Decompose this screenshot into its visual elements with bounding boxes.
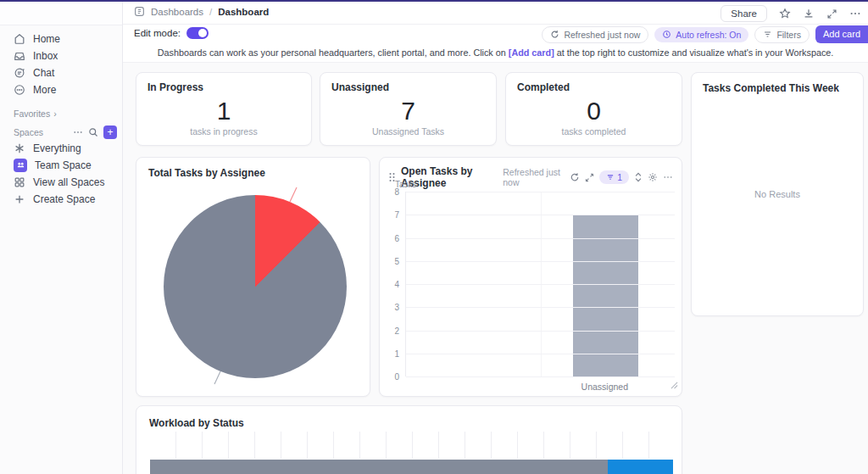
favorites-chevron-icon: › bbox=[53, 109, 57, 119]
sidebar-item-more[interactable]: More bbox=[7, 81, 117, 98]
team-space-avatar bbox=[14, 159, 27, 172]
view-all-spaces-icon bbox=[14, 176, 25, 188]
gridline bbox=[406, 261, 675, 262]
refreshed-label: Refreshed just now bbox=[564, 30, 640, 40]
filter-count: 1 bbox=[617, 172, 622, 182]
expand-icon[interactable] bbox=[826, 8, 837, 20]
edit-mode-label: Edit mode: bbox=[134, 28, 181, 38]
sidebar-item-label: Home bbox=[33, 33, 60, 45]
everything-icon bbox=[14, 142, 25, 154]
gridline bbox=[406, 354, 675, 354]
inbox-icon bbox=[14, 50, 25, 62]
add-card-button[interactable]: Add card bbox=[815, 25, 868, 43]
stat-caption: tasks in progress bbox=[136, 126, 311, 137]
sidebar-item-create-space[interactable]: Create Space bbox=[7, 190, 117, 208]
sidebar-item-chat[interactable]: Chat bbox=[7, 64, 117, 81]
gridline bbox=[406, 215, 675, 215]
workload-by-status-card[interactable]: Workload by Status bbox=[136, 405, 682, 474]
sidebar-item-inbox[interactable]: Inbox bbox=[7, 47, 117, 64]
add-space-icon[interactable]: + bbox=[103, 125, 117, 139]
workload-stacked-bar[interactable] bbox=[150, 460, 673, 474]
more-icon bbox=[14, 84, 25, 96]
gridline bbox=[406, 307, 675, 308]
favorites-label: Favorites bbox=[14, 109, 50, 119]
bar-unassigned[interactable] bbox=[573, 215, 638, 376]
info-banner: Dashboards can work as your personal hea… bbox=[123, 44, 868, 63]
stat-value: 7 bbox=[320, 97, 496, 125]
spaces-label: Spaces bbox=[14, 127, 43, 137]
filter-icon bbox=[763, 30, 772, 39]
breadcrumb-current[interactable]: Dashboard bbox=[218, 7, 269, 17]
sidebar-header bbox=[0, 2, 122, 25]
breadcrumb: Dashboards / Dashboard bbox=[134, 6, 269, 17]
open-tasks-bar-card[interactable]: Open Tasks by Assignee Refreshed just no… bbox=[379, 157, 682, 397]
gear-icon[interactable] bbox=[648, 172, 658, 182]
auto-refresh-label: Auto refresh: On bbox=[676, 30, 741, 40]
tasks-completed-week-card[interactable]: Tasks Completed This Week No Results bbox=[691, 72, 864, 316]
y-tick-label: 0 bbox=[394, 372, 399, 382]
toolbar-actions: Refreshed just now Auto refresh: On Filt… bbox=[542, 25, 868, 43]
filters-label: Filters bbox=[776, 30, 801, 40]
sidebar-section-favorites[interactable]: Favorites › bbox=[14, 109, 57, 119]
banner-highlight: [Add card] bbox=[509, 47, 554, 58]
card-title: Unassigned bbox=[331, 81, 389, 93]
banner-text: at the top right to customize and visual… bbox=[554, 47, 834, 58]
empty-state-text: No Results bbox=[692, 189, 863, 199]
star-icon[interactable] bbox=[779, 8, 791, 20]
topbar-actions: Share bbox=[721, 5, 861, 22]
stat-value: 0 bbox=[506, 97, 682, 125]
y-tick-label: 5 bbox=[394, 256, 399, 265]
refresh-icon bbox=[550, 30, 559, 39]
ellipsis-icon[interactable] bbox=[849, 8, 861, 20]
filters-button[interactable]: Filters bbox=[754, 26, 810, 43]
edit-mode-control: Edit mode: bbox=[134, 27, 209, 39]
spaces-ellipsis-icon[interactable] bbox=[73, 127, 83, 137]
dashboards-icon bbox=[134, 6, 145, 17]
gridline bbox=[406, 238, 675, 239]
workload-segment-0[interactable] bbox=[150, 460, 608, 474]
expand-icon[interactable] bbox=[585, 173, 594, 182]
chart-filter-pill[interactable]: 1 bbox=[599, 170, 629, 184]
sidebar-item-team-space[interactable]: Team Space bbox=[7, 156, 117, 174]
banner-text: Dashboards can work as your personal hea… bbox=[158, 47, 509, 58]
edit-mode-toggle[interactable] bbox=[186, 27, 209, 39]
sidebar-item-label: More bbox=[33, 84, 56, 96]
auto-refresh-icon bbox=[662, 30, 671, 39]
bar-chart-plot[interactable]: 012345678 bbox=[405, 192, 675, 376]
sort-icon[interactable] bbox=[634, 172, 643, 182]
sidebar: Home Inbox Chat More Favorites › Spaces … bbox=[0, 2, 123, 474]
resize-handle[interactable] bbox=[670, 377, 678, 393]
sidebar-item-view-all-spaces[interactable]: View all Spaces bbox=[7, 173, 117, 191]
breadcrumb-separator: / bbox=[209, 7, 212, 17]
ellipsis-icon[interactable] bbox=[663, 172, 673, 182]
dashboard-toolbar: Edit mode: Refreshed just now Auto refre… bbox=[123, 25, 868, 44]
chat-icon bbox=[14, 67, 25, 79]
gridline bbox=[406, 376, 675, 377]
total-tasks-pie-card[interactable]: Total Tasks by Assignee bbox=[136, 157, 370, 397]
stat-caption: Unassigned Tasks bbox=[320, 126, 496, 137]
refreshed-status[interactable]: Refreshed just now bbox=[542, 26, 648, 43]
stat-card-unassigned[interactable]: Unassigned 7 Unassigned Tasks bbox=[320, 72, 497, 146]
auto-refresh-pill[interactable]: Auto refresh: On bbox=[654, 27, 748, 42]
sidebar-item-label: Inbox bbox=[33, 50, 58, 62]
sidebar-item-home[interactable]: Home bbox=[7, 30, 117, 47]
pie-leader-lines bbox=[136, 158, 371, 398]
refresh-icon[interactable] bbox=[570, 172, 580, 182]
home-icon bbox=[14, 33, 25, 45]
y-tick-label: 1 bbox=[394, 349, 399, 358]
x-tick-label: Unassigned bbox=[581, 382, 628, 392]
stat-card-in-progress[interactable]: In Progress 1 tasks in progress bbox=[136, 72, 312, 146]
download-icon[interactable] bbox=[803, 8, 815, 20]
share-button[interactable]: Share bbox=[721, 5, 767, 22]
y-tick-label: 4 bbox=[394, 280, 399, 289]
stat-card-completed[interactable]: Completed 0 tasks completed bbox=[505, 72, 682, 146]
refreshed-label: Refreshed just now bbox=[503, 167, 565, 187]
card-title: Completed bbox=[517, 81, 570, 93]
card-title: Tasks Completed This Week bbox=[703, 82, 839, 94]
main-area: Dashboards / Dashboard Share Edit mode: … bbox=[123, 2, 868, 474]
sidebar-item-everything[interactable]: Everything bbox=[7, 139, 117, 157]
sidebar-item-label: View all Spaces bbox=[33, 176, 105, 188]
search-icon[interactable] bbox=[88, 127, 98, 137]
breadcrumb-parent[interactable]: Dashboards bbox=[151, 7, 203, 17]
workload-segment-1[interactable] bbox=[608, 460, 673, 474]
